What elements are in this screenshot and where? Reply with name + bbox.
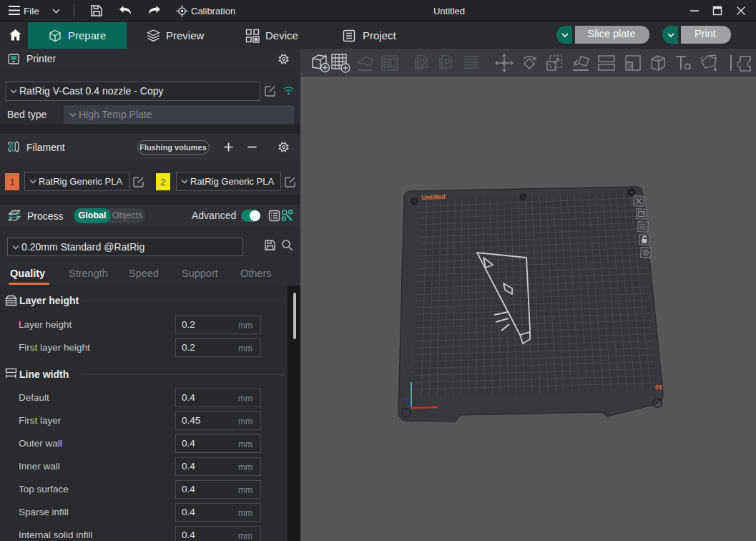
svg-text:01: 01 bbox=[655, 384, 662, 391]
svg-text:Untitled: Untitled bbox=[421, 193, 446, 201]
